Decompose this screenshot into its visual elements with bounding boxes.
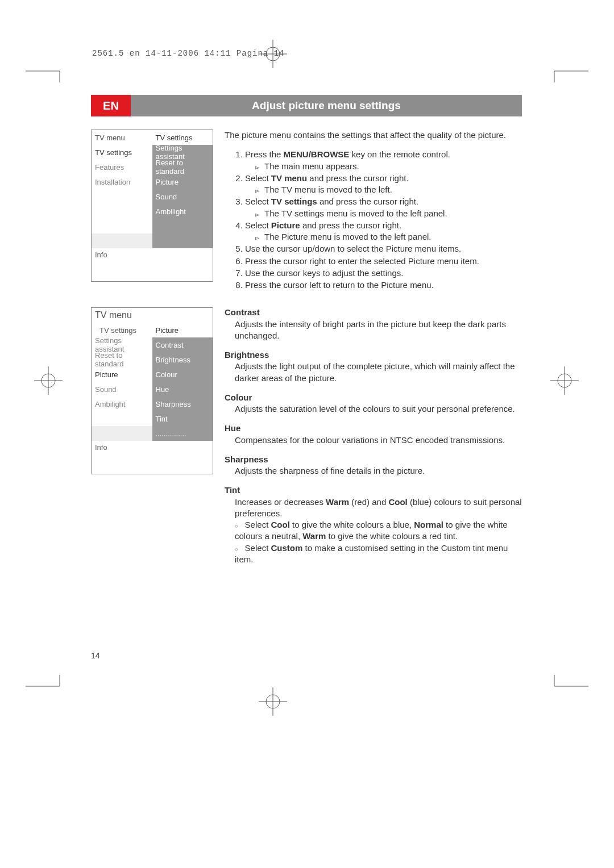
menu2-right-item: Sharpness [152, 397, 213, 411]
crop-mark-bottom-left [26, 675, 71, 698]
menu1-right-item: Sound [152, 189, 213, 204]
def-brightness: Brightness Adjusts the light output of t… [225, 349, 523, 384]
menu2-right-item: Hue [152, 382, 213, 397]
menu2-left-item: Ambilight [92, 397, 152, 411]
menu1-right-item: Picture [152, 174, 213, 189]
menu-illustration-2: TV menu TV settings Settings assistant R… [91, 307, 213, 474]
menu-illustration-1: TV menu TV settings Features Installatio… [91, 130, 213, 282]
menu2-right-item: Brightness [152, 352, 213, 367]
section-header: EN Adjust picture menu settings [91, 95, 522, 116]
def-sharpness: Sharpness Adjusts the sharpness of fine … [225, 454, 523, 477]
menu1-right-title: TV settings [152, 130, 213, 145]
crop-mark-top-right [543, 60, 588, 82]
menu2-right-item: Tint [152, 411, 213, 426]
menu2-left-item: Picture [92, 367, 152, 382]
menu1-info: Info [92, 248, 213, 281]
page-number: 14 [91, 651, 100, 660]
registration-mark-left [34, 366, 63, 395]
menu2-left-sub: TV settings [92, 323, 152, 337]
menu2-title: TV menu [92, 308, 213, 323]
print-proof-header: 2561.5 en 14-11-2006 14:11 Pagina 14 [92, 49, 284, 58]
steps-list: Press the MENU/BROWSE key on the remote … [225, 149, 523, 291]
def-hue: Hue Compensates for the colour variation… [225, 423, 523, 446]
menu2-left-item: Reset to standard [92, 352, 152, 367]
language-badge: EN [91, 95, 131, 116]
menu1-left-item: Installation [92, 174, 152, 189]
def-colour: Colour Adjusts the saturation level of t… [225, 392, 523, 415]
def-tint: Tint Increases or decreases Warm (red) a… [225, 485, 523, 565]
menu2-right-item: Contrast [152, 337, 213, 352]
menu2-right-sub: Picture [152, 323, 213, 337]
menu2-right-item: ............... [152, 426, 213, 441]
menu2-left-item: Settings assistant [92, 337, 152, 352]
menu2-left-item: Sound [92, 382, 152, 397]
menu2-right-item: Colour [152, 367, 213, 382]
menu2-info: Info [92, 441, 213, 474]
body-text: The picture menu contains the settings t… [225, 130, 523, 573]
crop-mark-top-left [26, 60, 71, 82]
registration-mark-right [550, 366, 579, 395]
intro-paragraph: The picture menu contains the settings t… [225, 130, 523, 141]
menu1-left-item: Features [92, 160, 152, 174]
def-contrast: Contrast Adjusts the intensity of bright… [225, 307, 523, 341]
menu1-left-item: TV settings [92, 145, 152, 160]
section-title: Adjust picture menu settings [131, 99, 522, 112]
menu1-right-item: Reset to standard [152, 160, 213, 174]
menu1-right-item: Ambilight [152, 204, 213, 219]
crop-mark-bottom-right [543, 675, 588, 698]
menu1-left-title: TV menu [92, 130, 152, 145]
menu1-right-item: Settings assistant [152, 145, 213, 160]
registration-mark-bottom [259, 687, 287, 716]
